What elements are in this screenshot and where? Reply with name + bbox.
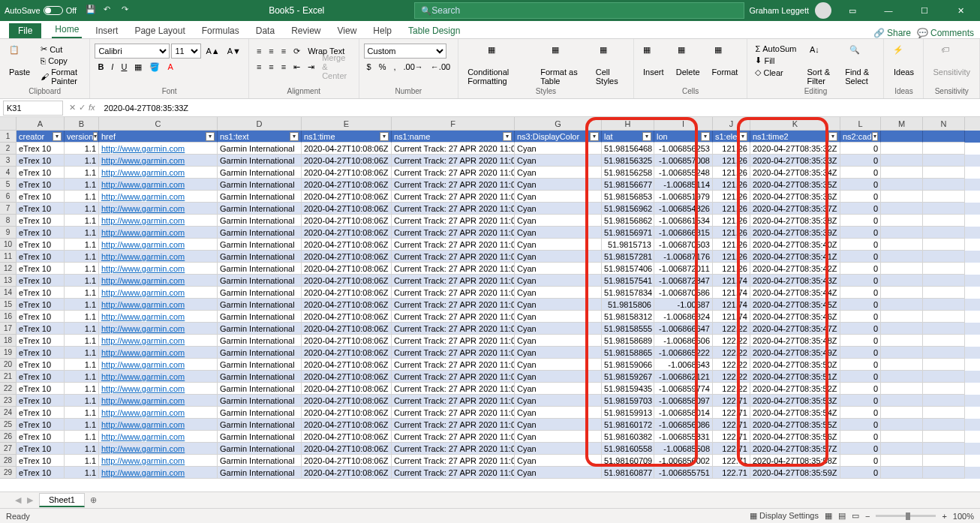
cell[interactable]: 2020-04-27T08:35:54Z xyxy=(750,407,840,419)
cell[interactable]: -1.006858014 xyxy=(654,407,713,419)
cell[interactable]: 1.1 xyxy=(65,431,99,443)
cell[interactable]: Cyan xyxy=(515,203,602,215)
cell[interactable]: Current Track: 27 APR 2020 11:03 xyxy=(392,311,515,323)
cell[interactable]: 2020-04-27T10:08:06Z xyxy=(302,191,392,203)
cell[interactable]: Garmin International xyxy=(218,455,302,467)
cell[interactable]: http://www.garmin.com xyxy=(99,467,218,479)
view-page-break-icon[interactable]: ▭ xyxy=(852,511,859,521)
comments-button[interactable]: 💬 Comments xyxy=(917,28,974,38)
cell[interactable]: 0 xyxy=(840,287,881,299)
filter-icon[interactable]: ▾ xyxy=(53,132,62,141)
decrease-indent-icon[interactable]: ⇤ xyxy=(290,62,303,73)
cell[interactable]: 121.26 xyxy=(713,191,750,203)
cell[interactable] xyxy=(923,143,965,155)
cell[interactable] xyxy=(923,275,965,287)
cell[interactable]: 0 xyxy=(840,179,881,191)
cell[interactable]: 122.22 xyxy=(713,359,750,371)
zoom-out-button[interactable]: − xyxy=(865,512,870,521)
cell[interactable]: Garmin International xyxy=(218,347,302,359)
filter-icon[interactable]: ▾ xyxy=(828,132,837,141)
row-header-12[interactable]: 12 xyxy=(0,263,17,275)
cell[interactable] xyxy=(881,395,923,407)
cell[interactable]: -1.006858097 xyxy=(654,395,713,407)
cell[interactable]: eTrex 10 xyxy=(17,467,65,479)
cell[interactable]: http://www.garmin.com xyxy=(99,347,218,359)
row-header-3[interactable]: 3 xyxy=(0,155,17,167)
col-header-K[interactable]: K xyxy=(750,117,840,131)
cell[interactable]: http://www.garmin.com xyxy=(99,359,218,371)
cell[interactable] xyxy=(923,251,965,263)
cell[interactable]: 121.74 xyxy=(713,311,750,323)
cell[interactable] xyxy=(923,371,965,383)
name-box[interactable]: K31 xyxy=(3,101,63,116)
cell[interactable]: 0 xyxy=(840,227,881,239)
cell[interactable]: eTrex 10 xyxy=(17,251,65,263)
col-header-A[interactable]: A xyxy=(17,117,65,131)
cell[interactable]: http://www.garmin.com xyxy=(99,455,218,467)
cell[interactable]: 2020-04-27T08:35:52Z xyxy=(750,383,840,395)
cell[interactable]: 122.71 xyxy=(713,431,750,443)
cell[interactable]: eTrex 10 xyxy=(17,443,65,455)
filter-icon[interactable]: ▾ xyxy=(738,132,747,141)
align-middle-icon[interactable]: ≡ xyxy=(266,46,276,56)
cell[interactable] xyxy=(923,299,965,311)
cell[interactable]: 51.98159435 xyxy=(602,383,654,395)
cell[interactable]: 2020-04-27T10:08:06Z xyxy=(302,335,392,347)
cell[interactable]: 2020-04-27T08:35:47Z xyxy=(750,323,840,335)
cell[interactable]: 51.98156468 xyxy=(602,143,654,155)
col-header-N[interactable]: N xyxy=(923,117,965,131)
cell[interactable] xyxy=(923,335,965,347)
sort-filter-button[interactable]: A↓Sort & Filter xyxy=(803,44,838,87)
cell[interactable] xyxy=(923,263,965,275)
cell[interactable]: 1.1 xyxy=(65,215,99,227)
cell[interactable]: 2020-04-27T08:35:48Z xyxy=(750,335,840,347)
cell[interactable] xyxy=(923,383,965,395)
row-header-2[interactable]: 2 xyxy=(0,143,17,155)
cell[interactable]: 51.98156677 xyxy=(602,179,654,191)
cell[interactable]: 2020-04-27T10:08:06Z xyxy=(302,467,392,479)
cell[interactable]: -1.006854326 xyxy=(654,203,713,215)
cell[interactable]: 2020-04-27T10:08:06Z xyxy=(302,407,392,419)
cell[interactable]: Garmin International xyxy=(218,275,302,287)
fill-button[interactable]: ⬇ Fill xyxy=(752,55,799,66)
cell[interactable]: -1.006855751 xyxy=(654,467,713,479)
view-page-layout-icon[interactable]: ▤ xyxy=(838,511,846,521)
cell[interactable]: eTrex 10 xyxy=(17,227,65,239)
col-header-E[interactable]: E xyxy=(302,117,392,131)
cell[interactable]: 51.98159913 xyxy=(602,407,654,419)
row-header-9[interactable]: 9 xyxy=(0,227,17,239)
cell[interactable]: Cyan xyxy=(515,347,602,359)
autosave-toggle[interactable]: AutoSave Off xyxy=(5,6,77,15)
cell[interactable]: 0 xyxy=(840,155,881,167)
col-header-L[interactable]: L xyxy=(840,117,881,131)
cell[interactable]: Cyan xyxy=(515,311,602,323)
cell[interactable]: Cyan xyxy=(515,419,602,431)
cell[interactable]: 2020-04-27T08:35:42Z xyxy=(750,263,840,275)
row-header-29[interactable]: 29 xyxy=(0,467,17,479)
header-ns1:time2[interactable]: ns1:time2▾ xyxy=(750,131,840,143)
cell[interactable]: 121.26 xyxy=(713,239,750,251)
cell[interactable]: 2020-04-27T10:08:06Z xyxy=(302,155,392,167)
zoom-percent[interactable]: 100% xyxy=(953,512,974,521)
cell[interactable]: -1.0068643 xyxy=(654,359,713,371)
cell[interactable]: 51.98157406 xyxy=(602,263,654,275)
cell[interactable] xyxy=(923,287,965,299)
cell[interactable] xyxy=(923,203,965,215)
cell[interactable] xyxy=(923,455,965,467)
cell[interactable]: 2020-04-27T08:35:35Z xyxy=(750,179,840,191)
cell[interactable]: eTrex 10 xyxy=(17,143,65,155)
cell[interactable]: eTrex 10 xyxy=(17,431,65,443)
cell[interactable]: 51.98159703 xyxy=(602,395,654,407)
cell[interactable]: 0 xyxy=(840,311,881,323)
cell[interactable]: http://www.garmin.com xyxy=(99,323,218,335)
cell[interactable]: 51.98158689 xyxy=(602,335,654,347)
cell[interactable]: Garmin International xyxy=(218,191,302,203)
cell[interactable]: 0 xyxy=(840,419,881,431)
cell[interactable]: 2020-04-27T08:35:40Z xyxy=(750,239,840,251)
cell[interactable]: 122.71 xyxy=(713,419,750,431)
cell[interactable]: -1.006856086 xyxy=(654,419,713,431)
increase-font-icon[interactable]: A▲ xyxy=(203,46,222,56)
cell[interactable]: 2020-04-27T10:08:06Z xyxy=(302,455,392,467)
maximize-icon[interactable]: ☐ xyxy=(909,0,939,21)
cell[interactable]: Cyan xyxy=(515,227,602,239)
